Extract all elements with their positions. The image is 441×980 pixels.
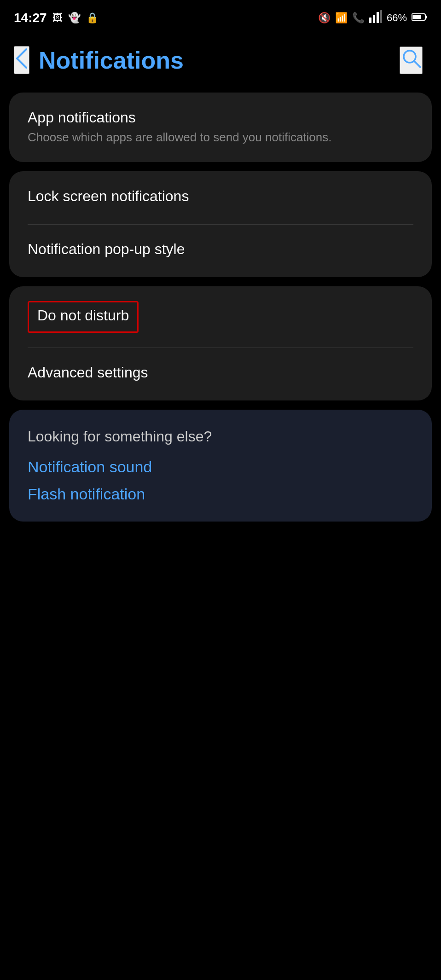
svg-rect-3 <box>380 10 382 23</box>
dnd-advanced-card: Do not disturb Advanced settings <box>9 286 432 400</box>
snapchat-icon: 👻 <box>68 12 81 24</box>
wifi-icon: 📶 <box>335 12 348 24</box>
svg-rect-2 <box>377 12 379 23</box>
looking-for-card: Looking for something else? Notification… <box>9 410 432 522</box>
signal-icon <box>369 10 382 26</box>
lock-popup-card: Lock screen notifications Notification p… <box>9 171 432 277</box>
status-bar-right: 🔇 📶 📞 66% <box>318 10 427 26</box>
page-header: Notifications <box>0 32 441 88</box>
svg-line-8 <box>414 61 420 67</box>
mute-icon: 🔇 <box>318 12 331 24</box>
do-not-disturb-title: Do not disturb <box>37 307 129 324</box>
lock-screen-notifications-item[interactable]: Lock screen notifications <box>9 171 432 224</box>
notification-sound-link[interactable]: Notification sound <box>28 458 413 476</box>
app-notifications-item[interactable]: App notifications Choose which apps are … <box>9 93 432 162</box>
svg-rect-0 <box>369 17 371 23</box>
status-time: 14:27 <box>14 11 47 25</box>
battery-percentage: 66% <box>387 12 407 24</box>
battery-icon <box>412 13 427 23</box>
app-notifications-subtitle: Choose which apps are allowed to send yo… <box>28 129 413 145</box>
page-title: Notifications <box>39 46 184 74</box>
advanced-settings-item[interactable]: Advanced settings <box>9 348 432 400</box>
looking-for-title: Looking for something else? <box>28 428 413 445</box>
svg-rect-5 <box>412 15 421 19</box>
status-bar: 14:27 🖼 👻 🔒 🔇 📶 📞 66% <box>0 0 441 32</box>
lock-screen-title: Lock screen notifications <box>28 188 413 205</box>
app-notifications-title: App notifications <box>28 109 413 126</box>
svg-rect-1 <box>373 15 375 23</box>
do-not-disturb-item[interactable]: Do not disturb <box>9 286 432 348</box>
status-bar-left: 14:27 🖼 👻 🔒 <box>14 11 99 25</box>
notification-popup-style-item[interactable]: Notification pop-up style <box>9 224 432 277</box>
back-button[interactable] <box>14 46 29 74</box>
lock-icon: 🔒 <box>86 12 99 24</box>
flash-notification-link[interactable]: Flash notification <box>28 485 413 503</box>
photo-icon: 🖼 <box>52 12 63 24</box>
svg-rect-6 <box>425 16 427 18</box>
call-icon: 📞 <box>352 12 365 24</box>
notification-popup-title: Notification pop-up style <box>28 241 413 258</box>
app-notifications-card: App notifications Choose which apps are … <box>9 93 432 162</box>
advanced-settings-title: Advanced settings <box>28 364 413 381</box>
search-button[interactable] <box>400 46 423 74</box>
header-left: Notifications <box>14 46 184 74</box>
content-area: App notifications Choose which apps are … <box>0 88 441 526</box>
